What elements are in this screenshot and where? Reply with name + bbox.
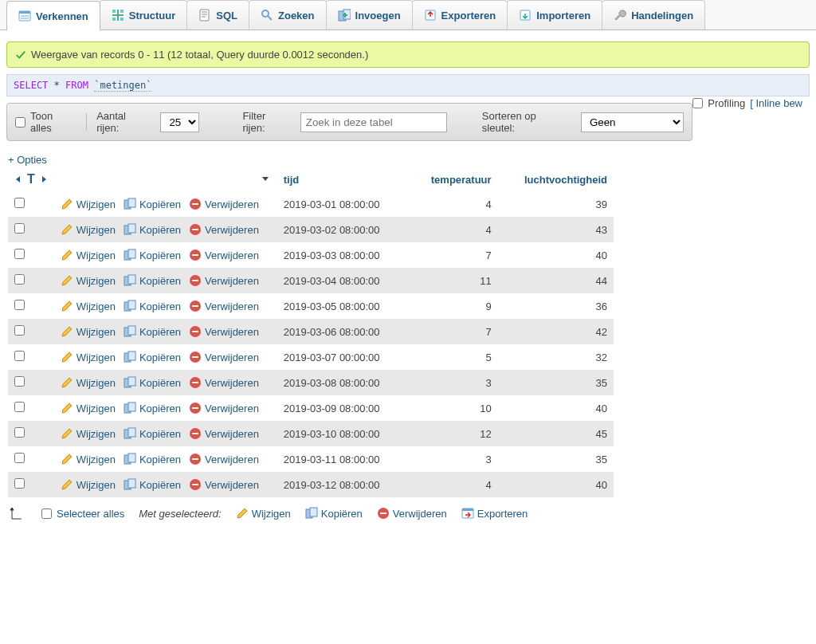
column-arrows[interactable]: T (14, 172, 48, 187)
select-all-checkbox[interactable] (41, 509, 52, 519)
row-edit[interactable]: Wijzigen (61, 478, 116, 491)
data-table: T tijd temperatuur luchtvochtigheid Wijz… (8, 167, 614, 497)
cell-tijd: 2019-03-02 08:00:00 (277, 217, 410, 242)
row-delete[interactable]: Verwijderen (189, 478, 259, 491)
cell-temperatuur: 4 (409, 472, 497, 497)
row-edit[interactable]: Wijzigen (61, 249, 116, 261)
filter-input[interactable] (300, 112, 447, 132)
col-tijd[interactable]: tijd (277, 167, 410, 191)
cell-temperatuur: 5 (409, 344, 497, 370)
bulk-edit[interactable]: Wijzigen (236, 507, 291, 520)
tab-insert[interactable]: Invoegen (326, 0, 413, 29)
cell-luchtvochtigheid: 36 (498, 293, 614, 319)
tab-import[interactable]: Importeren (507, 0, 602, 29)
table-row: Wijzigen Kopiëren Verwijderen 2019-03-08… (8, 370, 614, 395)
row-edit[interactable]: Wijzigen (61, 427, 116, 440)
row-copy[interactable]: Kopiëren (124, 478, 181, 491)
row-checkbox[interactable] (14, 223, 25, 234)
profiling-label: Profiling (708, 97, 745, 109)
row-copy[interactable]: Kopiëren (124, 300, 181, 312)
row-copy[interactable]: Kopiëren (124, 453, 181, 465)
row-copy[interactable]: Kopiëren (124, 427, 181, 440)
cell-luchtvochtigheid: 45 (498, 421, 614, 446)
row-edit[interactable]: Wijzigen (61, 402, 116, 414)
row-checkbox[interactable] (14, 325, 25, 336)
tab-search[interactable]: Zoeken (249, 0, 327, 29)
bulk-actions-bar: Selecteer alles Met geselecteerd: Wijzig… (8, 505, 808, 521)
cell-temperatuur: 10 (409, 395, 497, 421)
row-delete[interactable]: Verwijderen (189, 325, 259, 338)
row-edit[interactable]: Wijzigen (61, 223, 116, 236)
bulk-export[interactable]: Exporteren (461, 507, 528, 520)
col-temperatuur[interactable]: temperatuur (409, 167, 497, 191)
row-edit[interactable]: Wijzigen (61, 453, 116, 465)
bulk-copy[interactable]: Kopiëren (305, 507, 363, 520)
cell-luchtvochtigheid: 40 (498, 395, 614, 421)
row-delete[interactable]: Verwijderen (189, 402, 259, 414)
bulk-delete[interactable]: Verwijderen (377, 507, 447, 520)
row-copy[interactable]: Kopiëren (124, 198, 181, 210)
sql-keyword: SELECT (14, 80, 48, 91)
row-delete[interactable]: Verwijderen (189, 249, 259, 261)
row-delete[interactable]: Verwijderen (189, 274, 259, 287)
browse-icon (18, 10, 31, 22)
row-edit[interactable]: Wijzigen (61, 198, 116, 210)
row-copy[interactable]: Kopiëren (124, 249, 181, 261)
cell-temperatuur: 3 (409, 446, 497, 472)
row-checkbox[interactable] (14, 198, 25, 208)
search-icon (261, 9, 273, 22)
rowcount-select[interactable]: 25 (160, 112, 199, 132)
row-edit[interactable]: Wijzigen (61, 325, 116, 338)
row-copy[interactable]: Kopiëren (124, 351, 181, 363)
row-checkbox[interactable] (14, 478, 25, 489)
row-delete[interactable]: Verwijderen (189, 453, 259, 465)
row-checkbox[interactable] (14, 402, 25, 412)
table-row: Wijzigen Kopiëren Verwijderen 2019-03-06… (8, 319, 614, 344)
select-all[interactable]: Selecteer alles (41, 508, 124, 520)
tab-browse[interactable]: Verkennen (6, 1, 100, 30)
row-checkbox[interactable] (14, 274, 25, 285)
row-copy[interactable]: Kopiëren (124, 376, 181, 389)
cell-temperatuur: 4 (409, 191, 497, 217)
row-checkbox[interactable] (14, 300, 25, 310)
row-edit[interactable]: Wijzigen (61, 300, 116, 312)
row-delete[interactable]: Verwijderen (189, 198, 259, 210)
sort-indicator-icon[interactable] (260, 173, 271, 184)
row-delete[interactable]: Verwijderen (189, 427, 259, 440)
show-all[interactable]: Toon alles (15, 110, 76, 134)
row-edit[interactable]: Wijzigen (61, 351, 116, 363)
row-delete[interactable]: Verwijderen (189, 223, 259, 236)
row-delete[interactable]: Verwijderen (189, 351, 259, 363)
cell-luchtvochtigheid: 39 (498, 191, 614, 217)
row-delete[interactable]: Verwijderen (189, 376, 259, 389)
import-icon (519, 9, 532, 22)
row-checkbox[interactable] (14, 249, 25, 259)
col-luchtvochtigheid[interactable]: luchtvochtigheid (498, 167, 614, 191)
row-copy[interactable]: Kopiëren (124, 402, 181, 414)
tab-operations[interactable]: Handelingen (602, 0, 705, 29)
query-notice: Weergave van records 0 - 11 (12 totaal, … (6, 41, 810, 68)
row-delete[interactable]: Verwijderen (189, 300, 259, 312)
cell-tijd: 2019-03-09 08:00:00 (277, 395, 410, 421)
profiling-checkbox[interactable] (692, 98, 703, 108)
row-copy[interactable]: Kopiëren (124, 274, 181, 287)
row-edit[interactable]: Wijzigen (61, 376, 116, 389)
row-copy[interactable]: Kopiëren (124, 325, 181, 338)
tab-sql[interactable]: SQL (186, 0, 249, 29)
inline-edit-link[interactable]: [ Inline bew (750, 97, 802, 109)
row-checkbox[interactable] (14, 453, 25, 463)
cell-luchtvochtigheid: 40 (498, 242, 614, 268)
options-toggle[interactable]: + Opties (8, 154, 808, 166)
tab-label: SQL (216, 10, 237, 22)
tab-structure[interactable]: Structuur (100, 0, 188, 29)
cell-luchtvochtigheid: 35 (498, 370, 614, 395)
cell-temperatuur: 9 (409, 293, 497, 319)
tab-export[interactable]: Exporteren (412, 0, 508, 29)
sortkey-select[interactable]: Geen (581, 112, 684, 132)
row-copy[interactable]: Kopiëren (124, 223, 181, 236)
row-checkbox[interactable] (14, 376, 25, 387)
show-all-checkbox[interactable] (15, 117, 26, 128)
row-edit[interactable]: Wijzigen (61, 274, 116, 287)
row-checkbox[interactable] (14, 351, 25, 361)
row-checkbox[interactable] (14, 427, 25, 438)
